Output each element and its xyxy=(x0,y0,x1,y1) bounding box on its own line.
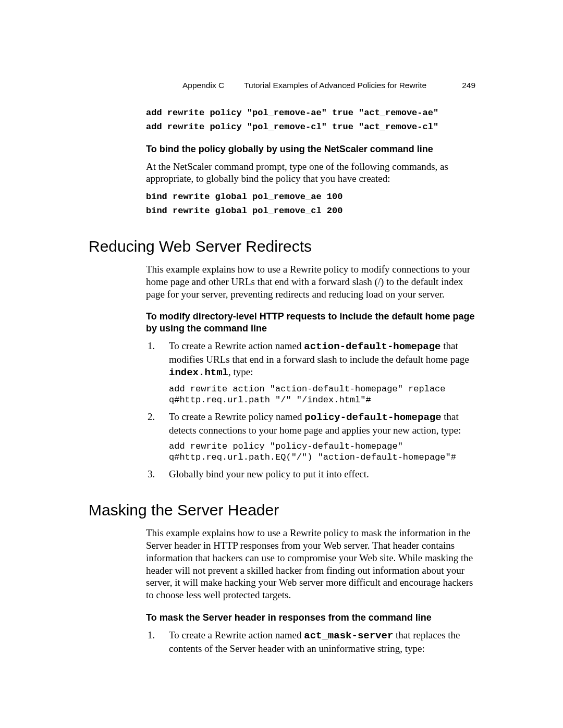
code-add-rewrite-cl: add rewrite policy "pol_remove-cl" true … xyxy=(146,121,479,132)
header-page-number: 249 xyxy=(462,81,475,90)
page-content: add rewrite policy "pol_remove-ae" true … xyxy=(146,107,479,655)
header-title: Tutorial Examples of Advanced Policies f… xyxy=(244,81,426,90)
mask-step-1-mono1: act_mask-server xyxy=(304,630,393,641)
step-1-mono2: index.html xyxy=(169,367,228,378)
step-3-text: Globally bind your new policy to put it … xyxy=(169,468,369,479)
subhead-reducing: To modify directory-level HTTP requests … xyxy=(146,311,479,335)
step-3: Globally bind your new policy to put it … xyxy=(157,468,479,480)
step-2: To create a Rewrite policy named policy-… xyxy=(157,411,479,463)
step-2-code: add rewrite policy "policy-default-homep… xyxy=(169,441,479,463)
step-1-text-pre: To create a Rewrite action named xyxy=(169,340,304,351)
mask-step-1: To create a Rewrite action named act_mas… xyxy=(157,629,479,655)
running-header: Appendix C Tutorial Examples of Advanced… xyxy=(0,81,563,90)
document-page: Appendix C Tutorial Examples of Advanced… xyxy=(0,0,563,728)
step-1-text-post: , type: xyxy=(228,366,253,377)
section-title-masking: Masking the Server Header xyxy=(89,500,479,520)
step-1: To create a Rewrite action named action-… xyxy=(157,340,479,405)
subhead-bind-global: To bind the policy globally by using the… xyxy=(146,143,479,155)
step-1-mono1: action-default-homepage xyxy=(304,341,440,352)
header-appendix: Appendix C xyxy=(182,81,224,90)
code-add-rewrite-ae: add rewrite policy "pol_remove-ae" true … xyxy=(146,107,479,118)
step-2-mono1: policy-default-homepage xyxy=(304,412,441,423)
steps-masking: To create a Rewrite action named act_mas… xyxy=(146,629,479,655)
step-1-code: add rewrite action "action-default-homep… xyxy=(169,384,479,406)
mask-step-1-text-pre: To create a Rewrite action named xyxy=(169,630,304,640)
code-bind-ae: bind rewrite global pol_remove_ae 100 xyxy=(146,191,479,202)
para-masking-intro: This example explains how to use a Rewri… xyxy=(146,527,479,601)
code-bind-cl: bind rewrite global pol_remove_cl 200 xyxy=(146,205,479,216)
step-2-text-pre: To create a Rewrite policy named xyxy=(169,411,304,422)
section-title-reducing: Reducing Web Server Redirects xyxy=(89,237,479,256)
para-bind-global: At the NetScaler command prompt, type on… xyxy=(146,161,479,186)
para-reducing-intro: This example explains how to use a Rewri… xyxy=(146,263,479,300)
steps-reducing: To create a Rewrite action named action-… xyxy=(146,340,479,480)
subhead-masking: To mask the Server header in responses f… xyxy=(146,612,479,624)
